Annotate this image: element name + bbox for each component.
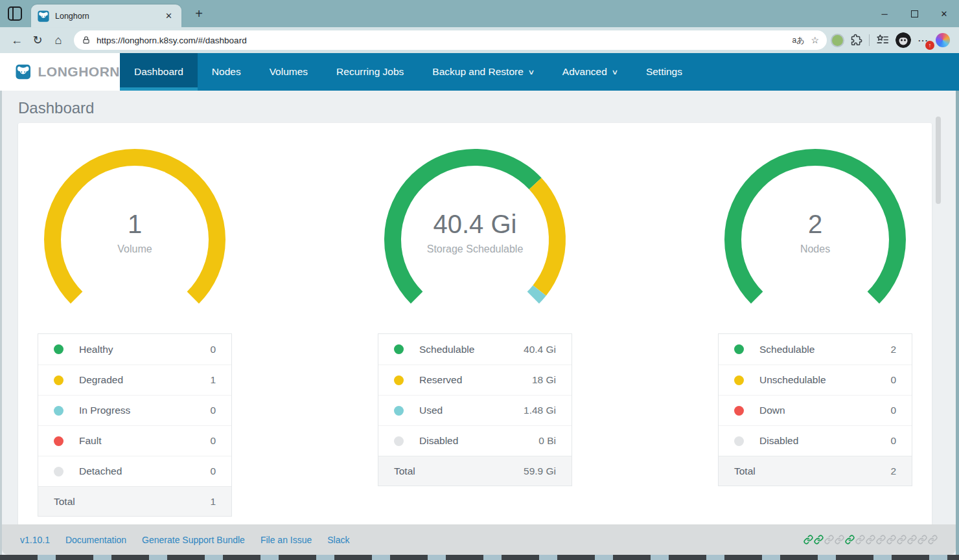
chain-link-icon[interactable] <box>876 535 886 544</box>
legend-row-healthy: Healthy0 <box>38 334 231 364</box>
chevron-down-icon: ∨ <box>527 68 535 76</box>
legend-dot-icon <box>394 406 404 416</box>
page-title: Dashboard <box>0 91 959 117</box>
legend-row-in-progress: In Progress0 <box>38 395 231 425</box>
legend-total-label: Total <box>394 465 415 477</box>
chain-link-icon[interactable] <box>845 535 855 544</box>
window-controls: ─ ✕ <box>870 0 959 27</box>
tab-actions-icon[interactable] <box>8 6 22 21</box>
storage-legend-table: Schedulable40.4 GiReserved18 GiUsed1.48 … <box>378 333 572 486</box>
legend-value: 0 <box>890 405 896 416</box>
chain-link-icon[interactable] <box>918 535 927 544</box>
gauge-segment-schedulable <box>393 157 535 298</box>
longhorn-bull-icon <box>16 59 31 85</box>
legend-value: 1.48 Gi <box>524 405 556 416</box>
footer-link-icons <box>803 535 938 544</box>
url-text[interactable]: https://longhorn.k8sy.com/#/dashboard <box>97 36 785 45</box>
tab-close-icon[interactable]: ✕ <box>163 10 175 22</box>
legend-total-value: 1 <box>210 496 216 508</box>
legend-value: 0 <box>210 435 216 447</box>
version-link[interactable]: v1.10.1 <box>20 535 50 545</box>
legend-label: Detached <box>79 465 122 477</box>
legend-dot-icon <box>394 436 404 446</box>
address-bar[interactable]: https://longhorn.k8sy.com/#/dashboard aあ… <box>74 30 827 50</box>
nav-item-volumes[interactable]: Volumes <box>255 53 322 91</box>
nav-item-settings[interactable]: Settings <box>632 53 697 91</box>
storage-gauge-chart: 40.4 Gi Storage Schedulable <box>378 148 572 324</box>
browser-tab[interactable]: Longhorn ✕ <box>31 5 181 27</box>
gauge-arc <box>378 148 572 326</box>
toolbar-right-icons: ··· ↑ <box>832 32 953 48</box>
gauge-arc <box>38 148 232 326</box>
legend-total-value: 2 <box>890 465 896 477</box>
volume-legend-table: Healthy0Degraded1In Progress0Fault0Detac… <box>38 333 232 517</box>
favorites-bar-icon[interactable] <box>875 33 890 47</box>
home-icon[interactable]: ⌂ <box>48 30 69 50</box>
legend-dot-icon <box>54 436 64 446</box>
legend-row-used: Used1.48 Gi <box>378 395 572 425</box>
chevron-down-icon: ∨ <box>611 68 618 76</box>
chain-link-icon[interactable] <box>855 535 865 544</box>
favorite-star-icon[interactable]: ☆ <box>811 35 819 45</box>
chain-link-icon[interactable] <box>897 535 907 544</box>
extension-green-dot-icon[interactable] <box>832 35 843 46</box>
chain-link-icon[interactable] <box>824 535 834 544</box>
nav-label: Recurring Jobs <box>336 66 404 78</box>
chain-link-icon[interactable] <box>866 535 875 544</box>
legend-value: 0 <box>210 405 216 416</box>
back-icon[interactable]: ← <box>6 30 27 50</box>
legend-label: Used <box>419 405 443 416</box>
page-scrollbar-thumb[interactable] <box>936 117 941 204</box>
profile-avatar[interactable] <box>895 32 911 48</box>
legend-value: 2 <box>890 344 896 355</box>
legend-value: 0 <box>890 435 896 447</box>
legend-label: Fault <box>79 435 101 447</box>
longhorn-logo[interactable]: LONGHORN <box>0 53 120 91</box>
dashboard-main: Dashboard 1 Volume Healthy0Degraded1In P… <box>0 91 959 524</box>
legend-value: 0 <box>210 344 216 355</box>
volume-gauge-chart: 1 Volume <box>38 148 232 324</box>
update-badge: ↑ <box>925 41 934 50</box>
chain-link-icon[interactable] <box>803 535 813 544</box>
nodes-legend-table: Schedulable2Unschedulable0Down0Disabled0… <box>718 333 912 486</box>
translate-icon[interactable]: aあ <box>792 35 804 46</box>
nav-item-nodes[interactable]: Nodes <box>198 53 255 91</box>
footer-link-file-issue[interactable]: File an Issue <box>260 535 312 545</box>
footer-link-slack[interactable]: Slack <box>327 535 349 545</box>
legend-dot-icon <box>734 344 744 354</box>
legend-dot-icon <box>734 436 744 446</box>
maximize-button[interactable] <box>899 0 929 27</box>
nav-item-recurring-jobs[interactable]: Recurring Jobs <box>322 53 418 91</box>
more-menu-button[interactable]: ··· ↑ <box>917 34 930 46</box>
legend-row-reserved: Reserved18 Gi <box>378 364 572 395</box>
chain-link-icon[interactable] <box>835 535 844 544</box>
chain-link-icon[interactable] <box>907 535 917 544</box>
footer-link-support-bundle[interactable]: Generate Support Bundle <box>142 535 245 545</box>
legend-row-detached: Detached0 <box>38 456 231 486</box>
chain-link-icon[interactable] <box>928 535 938 544</box>
chain-link-icon[interactable] <box>814 535 824 544</box>
close-button[interactable]: ✕ <box>929 0 959 27</box>
nav-item-dashboard[interactable]: Dashboard <box>120 53 198 91</box>
gauge-arc <box>718 148 912 326</box>
nav-label: Volumes <box>270 66 308 78</box>
legend-label: Unschedulable <box>759 374 826 386</box>
legend-total-label: Total <box>734 465 756 477</box>
gauge-segment-degraded <box>52 157 217 298</box>
nodes-gauge-chart: 2 Nodes <box>718 148 912 324</box>
nav-label: Nodes <box>212 66 241 78</box>
legend-total-label: Total <box>54 496 75 508</box>
legend-dot-icon <box>734 375 744 385</box>
nav-item-backup-and-restore[interactable]: Backup and Restore∨ <box>418 53 548 91</box>
footer-link-documentation[interactable]: Documentation <box>65 535 126 545</box>
nav-item-advanced[interactable]: Advanced∨ <box>548 53 632 91</box>
extensions-puzzle-icon[interactable] <box>849 33 863 47</box>
refresh-icon[interactable]: ↻ <box>27 30 48 50</box>
minimize-button[interactable]: ─ <box>870 0 899 27</box>
copilot-icon[interactable] <box>936 33 950 47</box>
new-tab-button[interactable]: + <box>191 5 207 22</box>
legend-dot-icon <box>54 406 64 416</box>
legend-row-disabled: Disabled0 <box>719 425 912 456</box>
chain-link-icon[interactable] <box>886 535 896 544</box>
nav-label: Settings <box>646 66 682 78</box>
